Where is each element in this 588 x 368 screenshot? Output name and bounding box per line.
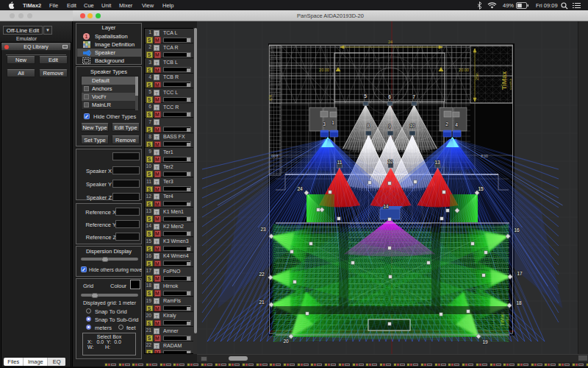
svg-text:10: 10 bbox=[409, 123, 415, 128]
svg-text:21: 21 bbox=[259, 300, 265, 305]
svg-text:17: 17 bbox=[517, 271, 523, 276]
svg-text:16: 16 bbox=[514, 227, 520, 233]
svg-text:2: 2 bbox=[445, 121, 448, 127]
svg-text:6: 6 bbox=[388, 94, 391, 99]
svg-text:9: 9 bbox=[388, 124, 391, 129]
svg-text:20.00: 20.00 bbox=[319, 68, 329, 72]
svg-text:20.00: 20.00 bbox=[459, 68, 469, 72]
svg-text:5: 5 bbox=[364, 93, 367, 99]
svg-text:TiMax: TiMax bbox=[501, 71, 508, 90]
svg-text:24: 24 bbox=[297, 186, 303, 191]
svg-text:20: 20 bbox=[283, 339, 289, 344]
svg-text:24: 24 bbox=[388, 40, 392, 44]
svg-text:13: 13 bbox=[434, 160, 440, 165]
svg-text:14: 14 bbox=[383, 204, 389, 209]
svg-text:15: 15 bbox=[478, 186, 484, 191]
svg-text:1: 1 bbox=[331, 120, 334, 125]
svg-text:18: 18 bbox=[516, 300, 522, 305]
svg-text:12: 12 bbox=[387, 159, 393, 164]
svg-text:25m: 25m bbox=[475, 73, 479, 80]
svg-text:22: 22 bbox=[259, 272, 265, 277]
svg-text:474: 474 bbox=[269, 95, 273, 101]
svg-text:23: 23 bbox=[260, 227, 266, 232]
svg-text:4: 4 bbox=[455, 122, 458, 127]
svg-text:soundhub: soundhub bbox=[509, 79, 512, 90]
svg-text:19: 19 bbox=[482, 339, 488, 344]
svg-text:3: 3 bbox=[323, 121, 326, 127]
svg-text:8: 8 bbox=[367, 123, 370, 128]
svg-text:7: 7 bbox=[412, 94, 415, 99]
svg-text:11: 11 bbox=[337, 160, 343, 165]
